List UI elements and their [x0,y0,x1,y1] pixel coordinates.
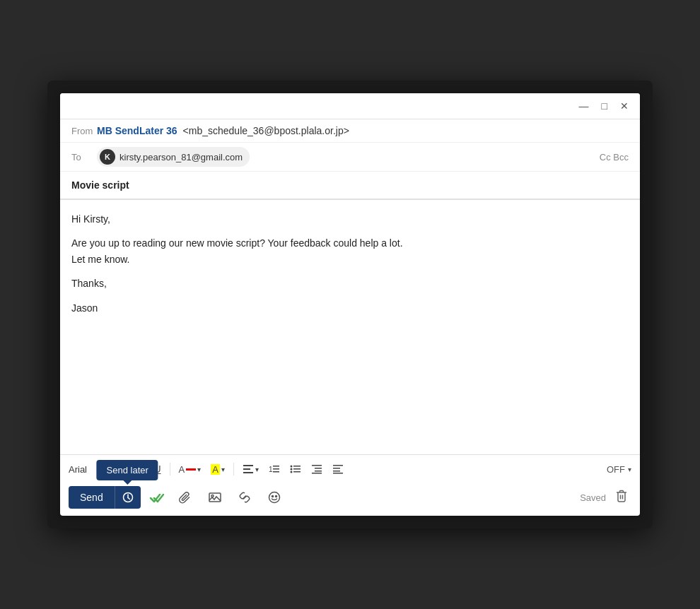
toolbar-section: Arial 10 ▾ B I U A [60,454,640,516]
send-later-container: Send later [115,486,141,509]
send-later-button[interactable] [115,486,141,509]
align-icon [243,463,254,475]
header-section: From MB SendLater 36 <mb_schedule_36@bpo… [60,119,640,200]
font-color-indicator [186,468,196,471]
separator-1 [170,463,170,475]
font-size-chevron: ▾ [107,466,111,473]
body-signature: Jason [71,300,629,316]
svg-rect-4 [273,466,279,467]
restore-button[interactable]: □ [599,99,610,113]
trash-icon [616,490,627,502]
off-chevron: ▾ [628,466,631,473]
recipient-chip[interactable]: K kirsty.pearson_81@gmail.com [97,147,250,167]
email-body[interactable]: Hi Kirsty, Are you up to reading our new… [60,200,640,454]
svg-line-23 [128,498,130,499]
body-paragraph: Are you up to reading our new movie scri… [71,235,629,267]
underline-button[interactable]: U [149,461,165,478]
svg-rect-17 [333,465,343,466]
svg-rect-14 [315,468,322,469]
outdent-icon [332,463,344,475]
to-label: To [71,152,97,162]
title-bar-controls: — □ ✕ [576,99,631,113]
send-btn-group: Send Send later [69,486,141,509]
saved-label: Saved [580,492,606,503]
svg-rect-20 [333,473,343,474]
attach-button[interactable] [173,487,197,508]
svg-point-9 [290,468,292,471]
delete-button[interactable] [612,487,631,508]
window-shadow: — □ ✕ From MB SendLater 36 <mb_schedule_… [47,81,653,528]
svg-point-28 [275,496,276,497]
ordered-list-button[interactable]: 1. [264,461,284,478]
svg-point-26 [269,492,279,503]
bold-button[interactable]: B [119,461,135,478]
cc-bcc-button[interactable]: Cc Bcc [600,152,629,162]
svg-rect-1 [243,468,250,470]
ordered-list-icon: 1. [269,463,280,475]
from-row: From MB SendLater 36 <mb_schedule_36@bpo… [60,119,640,143]
indent-icon [311,463,322,475]
minimize-button[interactable]: — [576,99,592,113]
body-thanks: Thanks, [71,276,629,291]
image-button[interactable] [203,487,227,508]
outdent-button[interactable] [328,461,348,478]
link-button[interactable] [233,487,257,508]
svg-rect-13 [312,465,322,466]
from-label: From [71,126,97,136]
check-button[interactable] [146,488,168,507]
sender-name: MB SendLater 36 [97,125,177,136]
svg-point-27 [272,496,273,497]
font-color-button[interactable]: A ▾ [175,461,206,478]
sender-email: <mb_schedule_36@bpost.plala.or.jp> [183,125,349,136]
svg-rect-18 [333,468,340,469]
svg-rect-16 [312,473,322,474]
font-color-chevron: ▾ [197,466,201,473]
svg-point-25 [211,495,214,497]
svg-rect-19 [333,471,340,472]
font-name: Arial [69,464,87,475]
unordered-list-button[interactable] [286,461,305,478]
italic-button[interactable]: I [137,461,148,478]
svg-rect-0 [243,465,253,466]
font-size-select[interactable]: 10 ▾ [94,463,114,475]
emoji-button[interactable] [262,487,286,508]
send-button[interactable]: Send [69,486,115,509]
title-bar: — □ ✕ [60,93,640,119]
clock-icon [122,492,134,503]
recipient-email: kirsty.pearson_81@gmail.com [119,152,243,162]
svg-rect-5 [273,468,279,470]
svg-rect-12 [293,471,301,473]
svg-rect-10 [293,468,301,470]
double-check-icon [149,491,165,504]
highlight-color-button[interactable]: A ▾ [206,461,229,478]
separator-2 [233,463,234,475]
svg-rect-15 [315,471,322,472]
align-chevron: ▾ [255,466,259,473]
close-button[interactable]: ✕ [617,99,631,113]
image-icon [209,491,221,504]
avatar: K [100,149,115,165]
svg-point-7 [290,466,292,468]
svg-rect-8 [293,466,301,467]
svg-rect-2 [243,472,253,473]
svg-point-11 [290,471,292,473]
indent-button[interactable] [307,461,327,478]
unordered-list-icon [290,463,301,475]
from-content: MB SendLater 36 <mb_schedule_36@bpost.pl… [97,125,629,136]
subject-text: Movie script [71,179,129,191]
highlight-chevron: ▾ [221,466,225,473]
compose-window: — □ ✕ From MB SendLater 36 <mb_schedule_… [60,93,640,516]
svg-rect-6 [273,471,279,473]
align-button[interactable]: ▾ [238,461,263,478]
off-toggle[interactable]: OFF ▾ [607,464,631,475]
action-bar: Send Send later [69,483,631,510]
attach-icon [179,491,192,504]
to-row: To K kirsty.pearson_81@gmail.com Cc Bcc [60,143,640,172]
body-greeting: Hi Kirsty, [71,211,629,227]
subject-row: Movie script [60,172,640,199]
svg-rect-24 [209,493,221,502]
link-icon [238,491,251,504]
formatting-toolbar: Arial 10 ▾ B I U A [69,461,631,478]
emoji-icon [268,491,281,504]
